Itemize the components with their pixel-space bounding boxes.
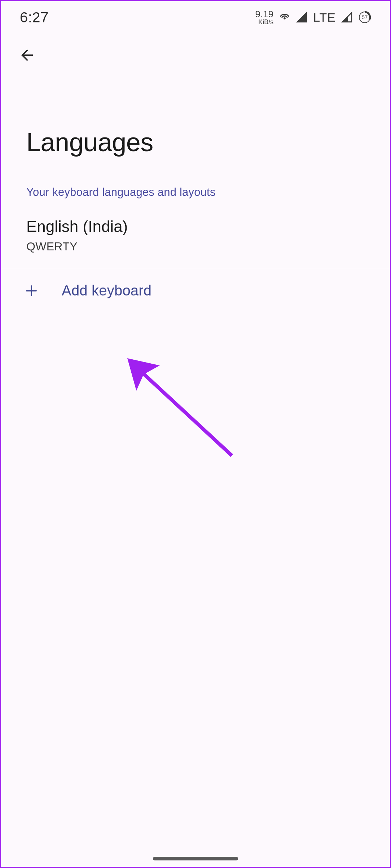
svg-point-0 (284, 17, 286, 19)
section-subtitle: Your keyboard languages and layouts (1, 168, 390, 206)
status-bar: 6:27 9.19 KiB/s LTE (1, 1, 390, 34)
svg-line-3 (135, 365, 232, 456)
language-layout: QWERTY (26, 240, 365, 253)
data-speed-indicator: 9.19 KiB/s (255, 9, 274, 25)
app-bar (1, 34, 390, 77)
battery-icon: 57 (358, 11, 371, 24)
content-area: Languages Your keyboard languages and la… (1, 77, 390, 313)
plus-icon (23, 283, 39, 299)
navigation-bar-handle[interactable] (153, 857, 238, 860)
status-time: 6:27 (20, 9, 49, 26)
svg-text:57: 57 (362, 14, 368, 20)
language-name: English (India) (26, 218, 365, 236)
add-keyboard-button[interactable]: Add keyboard (1, 268, 390, 313)
language-item[interactable]: English (India) QWERTY (1, 206, 390, 268)
back-button[interactable] (17, 45, 37, 65)
add-keyboard-label: Add keyboard (62, 282, 151, 299)
status-icons: 9.19 KiB/s LTE (255, 9, 371, 25)
arrow-back-icon (18, 47, 36, 64)
signal-icon-2 (341, 11, 353, 23)
signal-icon-1 (296, 11, 308, 23)
lte-label: LTE (313, 10, 336, 25)
annotation-arrow (120, 351, 243, 475)
page-title: Languages (1, 77, 390, 168)
hotspot-icon (278, 11, 291, 23)
